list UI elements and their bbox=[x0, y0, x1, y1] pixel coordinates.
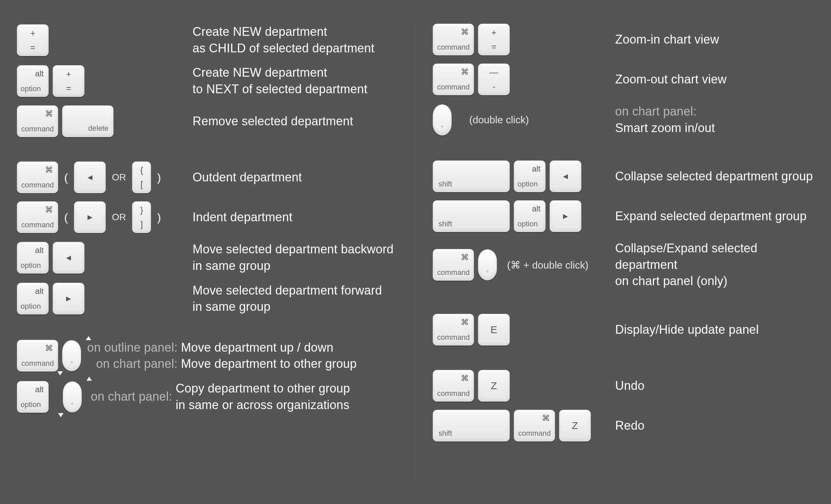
desc: Redo bbox=[615, 418, 645, 434]
desc: Move department up / down Move departmen… bbox=[181, 339, 357, 372]
paren: ) bbox=[155, 211, 163, 224]
key-bot-char: = bbox=[478, 42, 509, 55]
key-label: option bbox=[518, 220, 538, 228]
key-label: command bbox=[437, 43, 470, 52]
key-command: ⌘ command bbox=[433, 314, 474, 346]
row-expand: shift alt option ► Expand selected depar… bbox=[433, 200, 817, 232]
cmd-icon: ⌘ bbox=[45, 205, 53, 215]
mouse-note: (⌘ + double click) bbox=[507, 259, 588, 271]
key-option: alt option bbox=[514, 160, 546, 192]
key-z: Z bbox=[478, 370, 510, 402]
right-column: ⌘ command + = Zoom-in chart view ⌘ comma… bbox=[416, 0, 831, 504]
key-command: ⌘ command bbox=[17, 105, 58, 137]
desc-line: in same group bbox=[193, 300, 271, 313]
arrow-right-icon: ► bbox=[74, 202, 105, 233]
key-label: command bbox=[437, 389, 470, 398]
arrow-right-icon: ► bbox=[53, 283, 84, 314]
row-toggle-update-panel: ⌘ command E Display/Hide update panel bbox=[433, 314, 817, 346]
key-command: ⌘ command bbox=[433, 24, 474, 55]
key-option: alt option bbox=[17, 65, 49, 97]
key-delete: delete bbox=[62, 105, 114, 137]
desc-line: Create NEW department bbox=[193, 25, 327, 39]
key-shift: shift bbox=[433, 410, 510, 442]
desc-line: Move selected department backword bbox=[193, 242, 394, 256]
key-brace-bracket: } ] bbox=[132, 201, 151, 233]
context-labels: on chart panel: bbox=[88, 388, 172, 405]
key-brace-bracket: { [ bbox=[132, 161, 151, 193]
key-top-char: } bbox=[132, 202, 151, 215]
key-sym: alt bbox=[35, 246, 44, 255]
desc: Zoom-out chart view bbox=[615, 71, 727, 88]
desc: Zoom-in chart view bbox=[615, 31, 719, 48]
key-z: Z bbox=[559, 410, 591, 442]
key-bot-char: [ bbox=[132, 180, 151, 193]
desc-line: Move department to other group bbox=[181, 357, 357, 371]
key-command: ⌘ command bbox=[433, 64, 474, 95]
key-option: alt option bbox=[17, 381, 49, 413]
key-command: ⌘ command bbox=[514, 410, 555, 442]
row-zoom-out: ⌘ command — - Zoom-out chart view bbox=[433, 64, 817, 95]
key-top-char: — bbox=[478, 64, 509, 77]
desc: Copy department to other group in same o… bbox=[176, 380, 350, 413]
context-label: on chart panel: bbox=[87, 356, 178, 372]
desc-line: as CHILD of selected department bbox=[193, 41, 374, 55]
key-option: alt option bbox=[17, 242, 49, 274]
row-new-next: alt option + = Create NEW department to … bbox=[17, 65, 402, 97]
or-label: OR bbox=[110, 172, 128, 183]
arrow-right-icon: ► bbox=[550, 201, 581, 232]
key-plus-equals: + = bbox=[17, 24, 49, 56]
key-top-char: + bbox=[53, 66, 84, 78]
key-right-arrow: ► bbox=[550, 200, 581, 232]
key-sym: alt bbox=[532, 204, 540, 213]
desc-line: Collapse selected department group bbox=[615, 169, 813, 183]
key-shift: shift bbox=[433, 200, 510, 232]
paren: ( bbox=[62, 211, 70, 224]
key-label: option bbox=[21, 261, 41, 270]
desc-line: Create NEW department bbox=[193, 66, 327, 79]
key-label: option bbox=[21, 400, 41, 409]
key-command: ⌘ command bbox=[17, 161, 58, 193]
key-label: command bbox=[437, 333, 470, 342]
mouse-note: (double click) bbox=[469, 114, 529, 126]
arrow-left-icon: ◄ bbox=[550, 161, 581, 192]
mouse-icon bbox=[433, 104, 452, 135]
key-sym: alt bbox=[35, 286, 44, 296]
key-label: option bbox=[518, 180, 538, 188]
cmd-icon: ⌘ bbox=[45, 344, 53, 353]
desc-line: Undo bbox=[615, 379, 645, 393]
key-label: option bbox=[21, 84, 41, 93]
mouse-drag-icon bbox=[62, 340, 81, 371]
desc-line: Move selected department forward bbox=[193, 283, 382, 297]
key-label: command bbox=[437, 268, 470, 277]
arrow-left-icon: ◄ bbox=[53, 242, 84, 273]
desc-line: Collapse/Expand selected department bbox=[615, 241, 757, 272]
mouse-icon bbox=[62, 340, 81, 371]
key-bot-char: = bbox=[53, 84, 84, 97]
row-undo: ⌘ command Z Undo bbox=[433, 370, 817, 402]
row-drag-option: alt option on chart panel: Copy departme… bbox=[17, 380, 402, 413]
row-collapse: shift alt option ◄ Collapse selected dep… bbox=[433, 160, 817, 192]
key-shift: shift bbox=[433, 160, 510, 192]
desc-line: in same group bbox=[193, 259, 271, 273]
desc: Move selected department backword in sam… bbox=[193, 241, 394, 274]
desc-line: Smart zoom in/out bbox=[615, 121, 715, 135]
desc-line: Redo bbox=[615, 419, 645, 432]
key-right-arrow: ► bbox=[53, 283, 84, 314]
key-option: alt option bbox=[514, 200, 546, 232]
key-label: command bbox=[21, 359, 54, 368]
key-sym: alt bbox=[532, 164, 540, 174]
arrow-left-icon: ◄ bbox=[74, 162, 105, 193]
desc: Indent department bbox=[193, 209, 293, 226]
key-minus: — - bbox=[478, 64, 510, 95]
mouse-icon bbox=[478, 249, 497, 280]
key-e: E bbox=[478, 314, 510, 346]
context-label: on outline panel: bbox=[87, 339, 178, 356]
left-column: + = Create NEW department as CHILD of se… bbox=[0, 0, 415, 504]
key-top-char: { bbox=[132, 162, 151, 175]
key-option: alt option bbox=[17, 283, 49, 314]
key-left-arrow: ◄ bbox=[550, 160, 581, 192]
desc-line: to NEXT of selected department bbox=[193, 82, 368, 96]
row-smart-zoom: (double click) on chart panel: Smart zoo… bbox=[433, 103, 817, 136]
key-label: command bbox=[437, 83, 470, 92]
cmd-icon: ⌘ bbox=[45, 109, 53, 119]
